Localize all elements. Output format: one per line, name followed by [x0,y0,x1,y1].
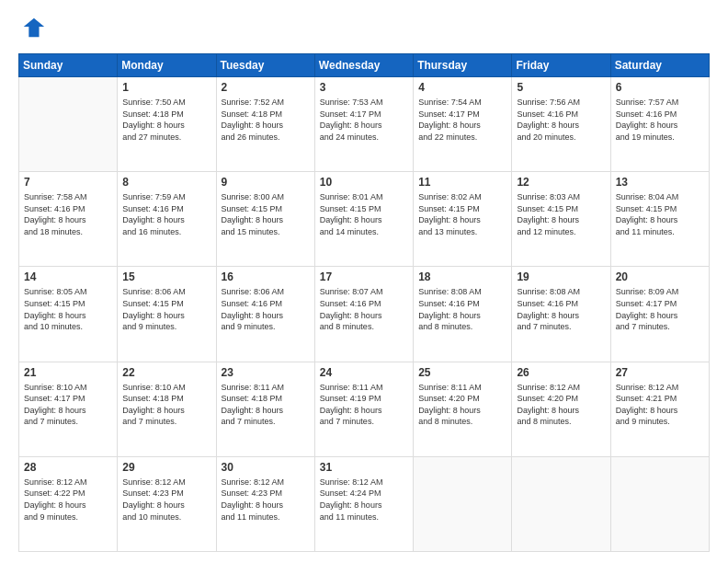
day-cell: 10Sunrise: 8:01 AM Sunset: 4:15 PM Dayli… [314,172,413,267]
day-number: 25 [418,366,506,379]
logo [18,15,46,44]
day-number: 11 [418,176,506,189]
day-info: Sunrise: 8:09 AM Sunset: 4:17 PM Dayligh… [616,286,704,332]
day-info: Sunrise: 8:10 AM Sunset: 4:18 PM Dayligh… [122,382,210,428]
day-info: Sunrise: 8:12 AM Sunset: 4:22 PM Dayligh… [24,477,112,523]
day-info: Sunrise: 7:52 AM Sunset: 4:18 PM Dayligh… [222,97,310,143]
day-number: 16 [222,270,310,283]
svg-marker-0 [24,18,44,38]
day-number: 4 [418,81,506,94]
day-number: 24 [320,366,408,379]
day-number: 13 [616,176,704,189]
day-cell: 11Sunrise: 8:02 AM Sunset: 4:15 PM Dayli… [414,172,512,267]
day-number: 31 [320,461,408,474]
day-number: 5 [517,81,605,94]
week-row-3: 21Sunrise: 8:10 AM Sunset: 4:17 PM Dayli… [19,362,710,456]
day-number: 15 [122,270,210,283]
day-cell: 25Sunrise: 8:11 AM Sunset: 4:20 PM Dayli… [414,362,512,456]
day-cell: 21Sunrise: 8:10 AM Sunset: 4:17 PM Dayli… [19,362,118,456]
day-number: 8 [122,176,210,189]
day-number: 21 [24,366,112,379]
day-info: Sunrise: 8:06 AM Sunset: 4:15 PM Dayligh… [122,286,210,332]
day-info: Sunrise: 8:07 AM Sunset: 4:16 PM Dayligh… [320,286,408,332]
day-info: Sunrise: 7:57 AM Sunset: 4:16 PM Dayligh… [616,97,704,143]
day-number: 17 [320,270,408,283]
day-cell: 2Sunrise: 7:52 AM Sunset: 4:18 PM Daylig… [216,77,314,172]
day-info: Sunrise: 8:08 AM Sunset: 4:16 PM Dayligh… [418,286,506,332]
day-info: Sunrise: 7:50 AM Sunset: 4:18 PM Dayligh… [122,97,210,143]
day-info: Sunrise: 7:59 AM Sunset: 4:16 PM Dayligh… [122,191,210,237]
day-cell: 23Sunrise: 8:11 AM Sunset: 4:18 PM Dayli… [216,362,314,456]
week-row-4: 28Sunrise: 8:12 AM Sunset: 4:22 PM Dayli… [19,456,710,551]
day-cell: 9Sunrise: 8:00 AM Sunset: 4:15 PM Daylig… [216,172,314,267]
day-number: 6 [616,81,704,94]
day-number: 23 [222,366,310,379]
logo-icon [20,15,46,40]
day-info: Sunrise: 8:12 AM Sunset: 4:23 PM Dayligh… [122,477,210,523]
week-row-1: 7Sunrise: 7:58 AM Sunset: 4:16 PM Daylig… [19,172,710,267]
day-cell: 15Sunrise: 8:06 AM Sunset: 4:15 PM Dayli… [118,267,216,362]
day-cell [19,77,118,172]
day-number: 1 [122,81,210,94]
day-info: Sunrise: 8:08 AM Sunset: 4:16 PM Dayligh… [517,286,605,332]
day-info: Sunrise: 8:11 AM Sunset: 4:18 PM Dayligh… [222,382,310,428]
day-info: Sunrise: 8:12 AM Sunset: 4:20 PM Dayligh… [517,382,605,428]
day-info: Sunrise: 8:00 AM Sunset: 4:15 PM Dayligh… [222,191,310,237]
day-number: 14 [24,270,112,283]
day-cell: 30Sunrise: 8:12 AM Sunset: 4:23 PM Dayli… [216,456,314,551]
day-number: 12 [517,176,605,189]
day-info: Sunrise: 8:06 AM Sunset: 4:16 PM Dayligh… [222,286,310,332]
header [18,15,710,44]
day-cell [610,456,709,551]
day-info: Sunrise: 8:11 AM Sunset: 4:19 PM Dayligh… [320,382,408,428]
day-info: Sunrise: 8:10 AM Sunset: 4:17 PM Dayligh… [24,382,112,428]
day-number: 22 [122,366,210,379]
day-cell: 19Sunrise: 8:08 AM Sunset: 4:16 PM Dayli… [512,267,610,362]
day-number: 7 [24,176,112,189]
day-info: Sunrise: 7:58 AM Sunset: 4:16 PM Dayligh… [24,191,112,237]
day-info: Sunrise: 8:02 AM Sunset: 4:15 PM Dayligh… [418,191,506,237]
day-cell: 31Sunrise: 8:12 AM Sunset: 4:24 PM Dayli… [314,456,413,551]
day-info: Sunrise: 8:11 AM Sunset: 4:20 PM Dayligh… [418,382,506,428]
day-cell: 7Sunrise: 7:58 AM Sunset: 4:16 PM Daylig… [19,172,118,267]
day-number: 28 [24,461,112,474]
col-header-wednesday: Wednesday [314,54,413,77]
col-header-saturday: Saturday [610,54,709,77]
day-number: 2 [222,81,310,94]
col-header-monday: Monday [118,54,216,77]
day-info: Sunrise: 7:54 AM Sunset: 4:17 PM Dayligh… [418,97,506,143]
day-number: 18 [418,270,506,283]
calendar-header-row: SundayMondayTuesdayWednesdayThursdayFrid… [19,54,710,77]
day-cell [512,456,610,551]
day-info: Sunrise: 8:01 AM Sunset: 4:15 PM Dayligh… [320,191,408,237]
day-number: 30 [222,461,310,474]
day-info: Sunrise: 8:05 AM Sunset: 4:15 PM Dayligh… [24,286,112,332]
day-number: 29 [122,461,210,474]
day-cell: 5Sunrise: 7:56 AM Sunset: 4:16 PM Daylig… [512,77,610,172]
day-cell: 4Sunrise: 7:54 AM Sunset: 4:17 PM Daylig… [414,77,512,172]
day-info: Sunrise: 7:53 AM Sunset: 4:17 PM Dayligh… [320,97,408,143]
page: SundayMondayTuesdayWednesdayThursdayFrid… [0,0,728,563]
week-row-0: 1Sunrise: 7:50 AM Sunset: 4:18 PM Daylig… [19,77,710,172]
col-header-friday: Friday [512,54,610,77]
day-cell: 20Sunrise: 8:09 AM Sunset: 4:17 PM Dayli… [610,267,709,362]
day-cell: 28Sunrise: 8:12 AM Sunset: 4:22 PM Dayli… [19,456,118,551]
day-cell: 3Sunrise: 7:53 AM Sunset: 4:17 PM Daylig… [314,77,413,172]
day-number: 26 [517,366,605,379]
day-cell: 12Sunrise: 8:03 AM Sunset: 4:15 PM Dayli… [512,172,610,267]
day-cell: 1Sunrise: 7:50 AM Sunset: 4:18 PM Daylig… [118,77,216,172]
day-cell: 22Sunrise: 8:10 AM Sunset: 4:18 PM Dayli… [118,362,216,456]
day-cell: 18Sunrise: 8:08 AM Sunset: 4:16 PM Dayli… [414,267,512,362]
day-number: 20 [616,270,704,283]
day-number: 27 [616,366,704,379]
day-cell: 29Sunrise: 8:12 AM Sunset: 4:23 PM Dayli… [118,456,216,551]
day-number: 9 [222,176,310,189]
day-cell: 24Sunrise: 8:11 AM Sunset: 4:19 PM Dayli… [314,362,413,456]
day-info: Sunrise: 8:12 AM Sunset: 4:23 PM Dayligh… [222,477,310,523]
day-cell: 8Sunrise: 7:59 AM Sunset: 4:16 PM Daylig… [118,172,216,267]
day-info: Sunrise: 8:03 AM Sunset: 4:15 PM Dayligh… [517,191,605,237]
calendar-table: SundayMondayTuesdayWednesdayThursdayFrid… [18,53,710,552]
day-cell [414,456,512,551]
day-info: Sunrise: 7:56 AM Sunset: 4:16 PM Dayligh… [517,97,605,143]
day-cell: 17Sunrise: 8:07 AM Sunset: 4:16 PM Dayli… [314,267,413,362]
